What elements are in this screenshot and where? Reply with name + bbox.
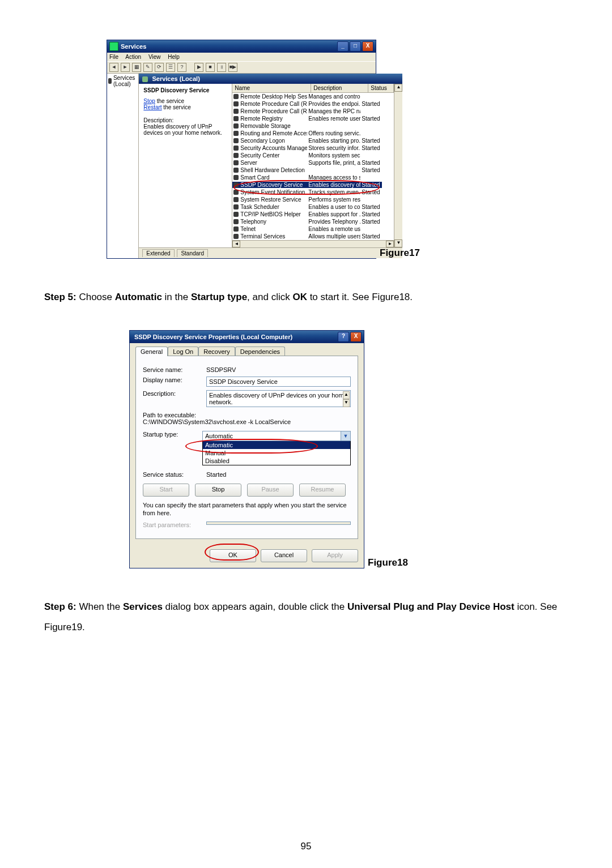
service-row[interactable]: Removable Storage <box>232 122 394 130</box>
service-row[interactable]: Terminal ServicesAllows multiple users .… <box>232 233 394 240</box>
dialog-titlebar[interactable]: SSDP Discovery Service Properties (Local… <box>130 331 364 343</box>
stop-link[interactable]: Stop the service <box>143 98 228 104</box>
service-status: Started <box>360 160 382 166</box>
properties-dialog: SSDP Discovery Service Properties (Local… <box>129 330 364 569</box>
service-row[interactable]: SSDP Discovery ServiceEnables discovery … <box>232 181 394 189</box>
service-row[interactable]: TelnetEnables a remote us... <box>232 225 394 233</box>
service-row[interactable]: TCP/IP NetBIOS HelperEnables support for… <box>232 211 394 218</box>
gear-icon <box>233 160 239 165</box>
service-row[interactable]: Remote Desktop Help Sessio...Manages and… <box>232 93 394 100</box>
restart-link[interactable]: Restart the service <box>143 104 228 110</box>
spin-buttons[interactable]: ▲ ▼ <box>343 391 350 407</box>
vertical-scrollbar[interactable]: ▲ ▼ <box>394 84 402 247</box>
service-description: Enables starting pro... <box>307 138 360 144</box>
service-name: Routing and Remote Access <box>240 130 307 136</box>
tree-root[interactable]: Services (Local) <box>108 75 137 87</box>
service-row[interactable]: Security CenterMonitors system sec... <box>232 152 394 159</box>
menu-action[interactable]: Action <box>125 54 141 60</box>
tab-general[interactable]: General <box>135 347 168 356</box>
resume-button[interactable]: Resume <box>299 484 346 497</box>
start-button[interactable]: Start <box>143 484 189 497</box>
chevron-down-icon[interactable]: ▼ <box>341 431 350 441</box>
col-description[interactable]: Description <box>311 84 368 92</box>
tab-standard[interactable]: Standard <box>177 249 208 257</box>
service-row[interactable]: Smart CardManages access to s... <box>232 174 394 181</box>
service-row[interactable]: Secondary LogonEnables starting pro...St… <box>232 137 394 144</box>
value-service-status: Started <box>206 471 351 478</box>
service-row[interactable]: ServerSupports file, print, a...Started <box>232 159 394 166</box>
scroll-right-icon[interactable]: ► <box>386 241 394 247</box>
scroll-down-icon[interactable]: ▼ <box>394 240 402 247</box>
service-name: Remote Registry <box>240 116 282 122</box>
spin-down-icon[interactable]: ▼ <box>343 399 350 407</box>
service-row[interactable]: Shell Hardware DetectionStarted <box>232 166 394 174</box>
tab-recovery[interactable]: Recovery <box>198 347 235 356</box>
description-field[interactable]: Enables discovery of UPnP devices on you… <box>206 390 351 407</box>
menu-help[interactable]: Help <box>168 54 180 60</box>
description-text: Enables discovery of UPnP devices on you… <box>143 123 228 136</box>
service-row[interactable]: Security Accounts ManagerStores security… <box>232 144 394 152</box>
scroll-left-icon[interactable]: ◄ <box>232 241 240 247</box>
services-window: Services _ □ X File Action View Help ◄ ►… <box>107 40 376 259</box>
spin-up-icon[interactable]: ▲ <box>343 391 350 399</box>
horizontal-scrollbar[interactable]: ◄ ► <box>232 240 394 247</box>
toolbar-button[interactable]: ▦ <box>132 63 141 72</box>
option-manual[interactable]: Manual <box>203 449 350 457</box>
service-row[interactable]: Remote Procedure Call (RPC)...Manages th… <box>232 108 394 115</box>
toolbar-button[interactable]: ☰ <box>166 63 175 72</box>
tab-extended[interactable]: Extended <box>142 249 174 257</box>
ok-button[interactable]: OK <box>210 549 256 562</box>
apply-button[interactable]: Apply <box>312 549 358 562</box>
toolbar-button[interactable]: ? <box>177 63 186 72</box>
titlebar[interactable]: Services _ □ X <box>107 40 376 53</box>
forward-button[interactable]: ► <box>121 63 130 72</box>
service-row[interactable]: Remote RegistryEnables remote user...Sta… <box>232 115 394 122</box>
service-description: Stores security infor... <box>307 145 360 151</box>
play-button[interactable]: ▶ <box>194 63 203 72</box>
startup-type-options: Automatic Manual Disabled <box>202 441 351 465</box>
minimize-button[interactable]: _ <box>337 41 348 52</box>
stop-button[interactable]: ■ <box>206 63 215 72</box>
service-row[interactable]: Routing and Remote AccessOffers routing … <box>232 130 394 137</box>
service-row[interactable]: System Event NotificationTracks system e… <box>232 189 394 196</box>
cancel-button[interactable]: Cancel <box>261 549 307 562</box>
close-button[interactable]: X <box>350 332 362 342</box>
service-status: Started <box>360 189 382 195</box>
back-button[interactable]: ◄ <box>109 63 118 72</box>
gear-icon <box>233 116 239 121</box>
service-row[interactable]: TelephonyProvides Telephony ...Started <box>232 218 394 225</box>
figure17-label: Figure17 <box>380 247 420 259</box>
gear-icon <box>233 175 239 180</box>
service-description: Allows multiple users ... <box>307 233 360 240</box>
option-automatic[interactable]: Automatic <box>203 441 350 449</box>
service-description: Enables discovery of... <box>307 182 360 188</box>
col-name[interactable]: Name <box>232 84 311 92</box>
col-status[interactable]: Status <box>368 84 394 92</box>
service-name: Remote Procedure Call (RPC)... <box>240 108 307 114</box>
scroll-up-icon[interactable]: ▲ <box>394 84 402 92</box>
toolbar-button[interactable]: ✎ <box>143 63 152 72</box>
service-name: Smart Card <box>240 174 269 181</box>
service-row[interactable]: Remote Procedure Call (RPC)Provides the … <box>232 100 394 108</box>
close-button[interactable]: X <box>362 41 373 52</box>
service-status: Started <box>360 167 382 173</box>
menu-file[interactable]: File <box>109 54 118 60</box>
restart-button[interactable]: ■▶ <box>228 63 237 72</box>
toolbar-button[interactable]: ⟳ <box>155 63 164 72</box>
service-name: Secondary Logon <box>240 138 284 144</box>
tab-dependencies[interactable]: Dependencies <box>235 347 285 356</box>
option-disabled[interactable]: Disabled <box>203 457 350 465</box>
service-row[interactable]: Task SchedulerEnables a user to co...Sta… <box>232 203 394 211</box>
service-row[interactable]: System Restore ServicePerforms system re… <box>232 196 394 203</box>
display-name-field[interactable]: SSDP Discovery Service <box>206 377 351 387</box>
help-button[interactable]: ? <box>338 332 349 342</box>
pause-button[interactable]: Pause <box>247 484 294 497</box>
pause-button[interactable]: ॥ <box>217 63 226 72</box>
maximize-button[interactable]: □ <box>350 41 361 52</box>
startup-type-combo[interactable]: Automatic ▼ <box>202 431 351 441</box>
tab-logon[interactable]: Log On <box>168 347 198 356</box>
step-5-text: Step 5: Choose Automatic in the Startup … <box>44 287 568 307</box>
start-params-field[interactable] <box>206 521 351 525</box>
menu-view[interactable]: View <box>148 54 161 60</box>
stop-button[interactable]: Stop <box>195 484 241 497</box>
